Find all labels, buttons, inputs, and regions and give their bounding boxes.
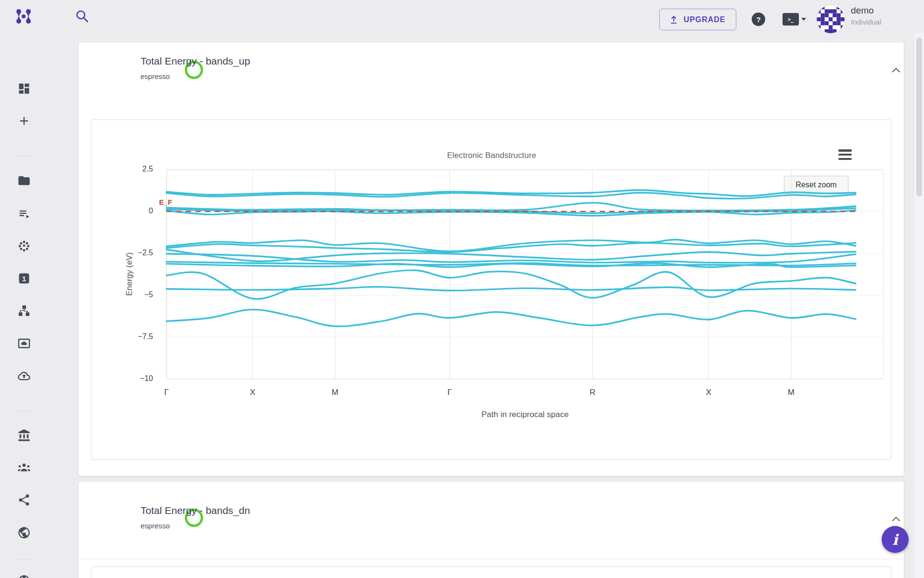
collapse-chevron-up-icon[interactable] (891, 66, 901, 74)
lifebuoy-icon (17, 574, 31, 578)
avatar[interactable] (817, 5, 845, 33)
plot-area[interactable] (167, 170, 884, 379)
bank-icon (17, 429, 31, 442)
bandstructure-chart-panel-2 (91, 566, 891, 578)
sidebar-item-upload[interactable] (17, 369, 31, 382)
sidebar-item-materials[interactable] (17, 239, 31, 253)
top-bar: UPGRADE ? >_ demo Individual (0, 0, 924, 33)
card-title: Total Energy - bands_up (141, 55, 250, 67)
plus-icon (17, 114, 31, 128)
fermi-level-label: E_F (148, 198, 172, 206)
people-icon (17, 461, 31, 474)
folder-icon (17, 174, 31, 187)
info-icon: i (892, 531, 898, 548)
scrollbar-thumb[interactable] (916, 38, 922, 197)
svg-text:1: 1 (22, 275, 26, 283)
x-tick-label: M (777, 388, 806, 397)
upgrade-button[interactable]: UPGRADE (659, 9, 736, 30)
scrollbar-track[interactable] (914, 0, 924, 578)
globe-icon (17, 526, 31, 539)
sidebar-item-support[interactable] (17, 574, 31, 578)
sidebar-item-workflows[interactable] (17, 304, 31, 317)
y-tick-label: 0 (118, 207, 153, 215)
card-subtitle: espresso (141, 522, 170, 530)
band-curve (167, 250, 856, 261)
collapse-chevron-up-icon[interactable] (891, 515, 901, 523)
card-title: Total Energy - bands_dn (141, 505, 250, 516)
x-tick-label: M (321, 388, 349, 397)
result-card-bands-dn: Total Energy - bands_dn espresso (78, 482, 904, 578)
one-badge-icon: 1 (17, 272, 31, 285)
sidebar-item-team[interactable] (17, 461, 31, 474)
x-tick-label: Γ (152, 388, 181, 397)
x-tick-label: X (238, 388, 267, 397)
search-icon[interactable] (75, 9, 90, 24)
x-axis-title: Path in reciprocal space (167, 410, 884, 420)
sidebar: 1 (0, 33, 48, 578)
info-button[interactable]: i (882, 526, 909, 553)
y-axis-title: Energy (eV) (125, 252, 134, 296)
terminal-icon[interactable]: >_ (783, 13, 807, 26)
playlist-play-icon (17, 207, 31, 221)
help-icon[interactable]: ? (752, 13, 765, 26)
sidebar-item-media[interactable] (17, 337, 31, 350)
sidebar-item-projects[interactable] (17, 174, 31, 187)
chevron-down-icon (801, 18, 806, 21)
y-tick-label: −5 (118, 290, 153, 299)
bandstructure-chart-panel: Electronic Bandstructure Reset zoom 2.50… (91, 119, 891, 460)
upgrade-label: UPGRADE (683, 15, 725, 24)
x-tick-label: R (578, 388, 607, 397)
y-tick-label: −2.5 (118, 249, 153, 257)
terminal-prompt: >_ (783, 13, 799, 26)
cloud-upload-icon (17, 369, 31, 382)
image-media-icon (17, 337, 31, 350)
sidebar-item-share[interactable] (17, 493, 31, 507)
sidebar-divider (16, 559, 32, 559)
sidebar-item-selection-badge[interactable]: 1 (17, 272, 31, 285)
share-icon (17, 493, 31, 507)
sidebar-item-organization[interactable] (17, 429, 31, 442)
sidebar-divider (16, 411, 32, 411)
user-name[interactable]: demo (851, 5, 874, 16)
upload-icon (670, 15, 678, 24)
mat3ra-logo[interactable] (14, 7, 33, 26)
hamburger-icon[interactable] (838, 149, 852, 160)
dashboard-icon (17, 82, 31, 95)
sidebar-item-dashboard[interactable] (17, 82, 31, 95)
band-curve (167, 270, 856, 299)
sidebar-divider (16, 156, 32, 156)
card-divider (78, 559, 904, 559)
card-subtitle: espresso (141, 72, 170, 80)
x-tick-label: Γ (436, 388, 464, 397)
avatar-identicon (817, 5, 845, 33)
chart-title: Electronic Bandstructure (91, 151, 892, 160)
atoms-cluster-icon (17, 239, 31, 253)
y-tick-label: −7.5 (118, 332, 153, 341)
workflow-tree-icon (17, 304, 31, 317)
y-tick-label: 2.5 (118, 165, 153, 173)
x-tick-label: X (694, 388, 723, 397)
y-tick-label: −10 (118, 374, 153, 383)
band-curve (167, 287, 856, 290)
sidebar-item-create[interactable] (17, 114, 31, 128)
band-curve (167, 310, 856, 327)
sidebar-item-public[interactable] (17, 526, 31, 539)
band-curve (167, 203, 856, 210)
result-card-bands-up: Total Energy - bands_up espresso Electro… (78, 42, 904, 476)
sidebar-item-jobs[interactable] (17, 207, 31, 221)
user-plan-label: Individual (851, 18, 881, 26)
